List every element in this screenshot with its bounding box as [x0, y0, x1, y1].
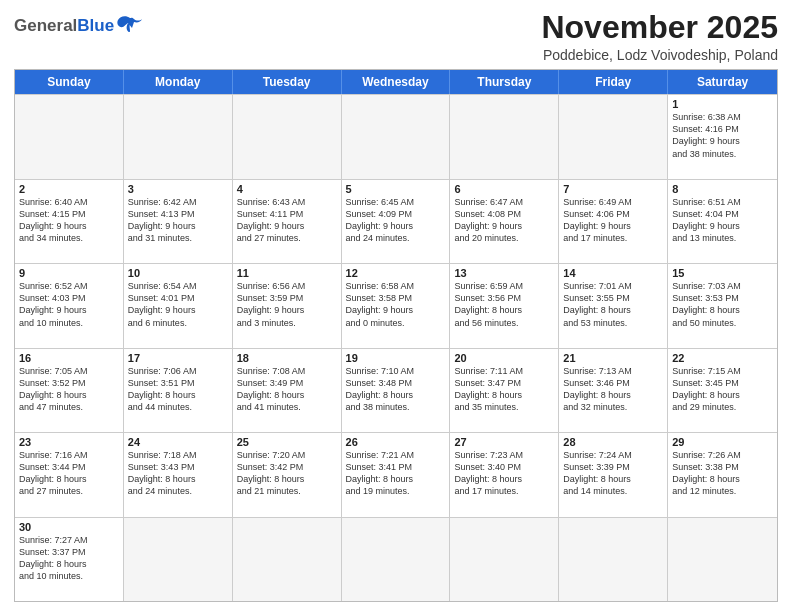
- day-number: 21: [563, 352, 663, 364]
- calendar-day-11: 11Sunrise: 6:56 AM Sunset: 3:59 PM Dayli…: [233, 264, 342, 347]
- page: GeneralBlue November 2025 Poddebice, Lod…: [0, 0, 792, 612]
- calendar-day-empty: [668, 518, 777, 601]
- day-info: Sunrise: 7:24 AM Sunset: 3:39 PM Dayligh…: [563, 449, 663, 498]
- day-number: 25: [237, 436, 337, 448]
- calendar-day-empty: [233, 518, 342, 601]
- day-number: 3: [128, 183, 228, 195]
- day-number: 17: [128, 352, 228, 364]
- day-info: Sunrise: 7:03 AM Sunset: 3:53 PM Dayligh…: [672, 280, 773, 329]
- calendar-day-empty: [450, 518, 559, 601]
- day-info: Sunrise: 7:15 AM Sunset: 3:45 PM Dayligh…: [672, 365, 773, 414]
- calendar-row-5: 30Sunrise: 7:27 AM Sunset: 3:37 PM Dayli…: [15, 517, 777, 601]
- calendar-header: SundayMondayTuesdayWednesdayThursdayFrid…: [15, 70, 777, 94]
- calendar-body: 1Sunrise: 6:38 AM Sunset: 4:16 PM Daylig…: [15, 94, 777, 601]
- calendar-day-5: 5Sunrise: 6:45 AM Sunset: 4:09 PM Daylig…: [342, 180, 451, 263]
- weekday-header-saturday: Saturday: [668, 70, 777, 94]
- calendar-row-1: 2Sunrise: 6:40 AM Sunset: 4:15 PM Daylig…: [15, 179, 777, 263]
- day-number: 23: [19, 436, 119, 448]
- calendar-day-13: 13Sunrise: 6:59 AM Sunset: 3:56 PM Dayli…: [450, 264, 559, 347]
- day-info: Sunrise: 7:05 AM Sunset: 3:52 PM Dayligh…: [19, 365, 119, 414]
- calendar-day-empty: [15, 95, 124, 178]
- day-info: Sunrise: 7:26 AM Sunset: 3:38 PM Dayligh…: [672, 449, 773, 498]
- day-number: 15: [672, 267, 773, 279]
- day-number: 11: [237, 267, 337, 279]
- day-number: 2: [19, 183, 119, 195]
- calendar-day-18: 18Sunrise: 7:08 AM Sunset: 3:49 PM Dayli…: [233, 349, 342, 432]
- day-number: 28: [563, 436, 663, 448]
- weekday-header-monday: Monday: [124, 70, 233, 94]
- day-info: Sunrise: 6:58 AM Sunset: 3:58 PM Dayligh…: [346, 280, 446, 329]
- day-number: 5: [346, 183, 446, 195]
- day-number: 4: [237, 183, 337, 195]
- calendar-day-30: 30Sunrise: 7:27 AM Sunset: 3:37 PM Dayli…: [15, 518, 124, 601]
- day-info: Sunrise: 7:13 AM Sunset: 3:46 PM Dayligh…: [563, 365, 663, 414]
- calendar: SundayMondayTuesdayWednesdayThursdayFrid…: [14, 69, 778, 602]
- day-number: 19: [346, 352, 446, 364]
- weekday-header-tuesday: Tuesday: [233, 70, 342, 94]
- calendar-day-empty: [450, 95, 559, 178]
- day-number: 26: [346, 436, 446, 448]
- day-info: Sunrise: 6:38 AM Sunset: 4:16 PM Dayligh…: [672, 111, 773, 160]
- day-number: 12: [346, 267, 446, 279]
- calendar-day-26: 26Sunrise: 7:21 AM Sunset: 3:41 PM Dayli…: [342, 433, 451, 516]
- calendar-day-21: 21Sunrise: 7:13 AM Sunset: 3:46 PM Dayli…: [559, 349, 668, 432]
- weekday-header-thursday: Thursday: [450, 70, 559, 94]
- calendar-day-10: 10Sunrise: 6:54 AM Sunset: 4:01 PM Dayli…: [124, 264, 233, 347]
- logo-blue-text: Blue: [77, 17, 114, 34]
- day-number: 7: [563, 183, 663, 195]
- day-number: 30: [19, 521, 119, 533]
- calendar-day-empty: [124, 95, 233, 178]
- day-info: Sunrise: 6:45 AM Sunset: 4:09 PM Dayligh…: [346, 196, 446, 245]
- calendar-day-empty: [124, 518, 233, 601]
- day-number: 18: [237, 352, 337, 364]
- day-info: Sunrise: 6:42 AM Sunset: 4:13 PM Dayligh…: [128, 196, 228, 245]
- calendar-row-0: 1Sunrise: 6:38 AM Sunset: 4:16 PM Daylig…: [15, 94, 777, 178]
- calendar-day-19: 19Sunrise: 7:10 AM Sunset: 3:48 PM Dayli…: [342, 349, 451, 432]
- day-info: Sunrise: 7:10 AM Sunset: 3:48 PM Dayligh…: [346, 365, 446, 414]
- calendar-day-25: 25Sunrise: 7:20 AM Sunset: 3:42 PM Dayli…: [233, 433, 342, 516]
- day-info: Sunrise: 6:40 AM Sunset: 4:15 PM Dayligh…: [19, 196, 119, 245]
- calendar-day-1: 1Sunrise: 6:38 AM Sunset: 4:16 PM Daylig…: [668, 95, 777, 178]
- calendar-day-15: 15Sunrise: 7:03 AM Sunset: 3:53 PM Dayli…: [668, 264, 777, 347]
- day-info: Sunrise: 7:11 AM Sunset: 3:47 PM Dayligh…: [454, 365, 554, 414]
- calendar-day-20: 20Sunrise: 7:11 AM Sunset: 3:47 PM Dayli…: [450, 349, 559, 432]
- weekday-header-sunday: Sunday: [15, 70, 124, 94]
- calendar-day-22: 22Sunrise: 7:15 AM Sunset: 3:45 PM Dayli…: [668, 349, 777, 432]
- header: GeneralBlue November 2025 Poddebice, Lod…: [14, 10, 778, 63]
- calendar-day-14: 14Sunrise: 7:01 AM Sunset: 3:55 PM Dayli…: [559, 264, 668, 347]
- day-number: 22: [672, 352, 773, 364]
- day-info: Sunrise: 7:23 AM Sunset: 3:40 PM Dayligh…: [454, 449, 554, 498]
- day-info: Sunrise: 7:21 AM Sunset: 3:41 PM Dayligh…: [346, 449, 446, 498]
- weekday-header-friday: Friday: [559, 70, 668, 94]
- calendar-row-3: 16Sunrise: 7:05 AM Sunset: 3:52 PM Dayli…: [15, 348, 777, 432]
- day-info: Sunrise: 7:08 AM Sunset: 3:49 PM Dayligh…: [237, 365, 337, 414]
- calendar-day-9: 9Sunrise: 6:52 AM Sunset: 4:03 PM Daylig…: [15, 264, 124, 347]
- calendar-day-empty: [559, 518, 668, 601]
- calendar-day-17: 17Sunrise: 7:06 AM Sunset: 3:51 PM Dayli…: [124, 349, 233, 432]
- day-number: 27: [454, 436, 554, 448]
- day-number: 13: [454, 267, 554, 279]
- calendar-day-empty: [559, 95, 668, 178]
- day-number: 24: [128, 436, 228, 448]
- day-info: Sunrise: 7:20 AM Sunset: 3:42 PM Dayligh…: [237, 449, 337, 498]
- weekday-header-wednesday: Wednesday: [342, 70, 451, 94]
- day-number: 16: [19, 352, 119, 364]
- calendar-day-2: 2Sunrise: 6:40 AM Sunset: 4:15 PM Daylig…: [15, 180, 124, 263]
- logo: GeneralBlue: [14, 10, 144, 36]
- calendar-row-2: 9Sunrise: 6:52 AM Sunset: 4:03 PM Daylig…: [15, 263, 777, 347]
- month-title: November 2025: [541, 10, 778, 45]
- day-number: 9: [19, 267, 119, 279]
- day-number: 8: [672, 183, 773, 195]
- day-info: Sunrise: 6:51 AM Sunset: 4:04 PM Dayligh…: [672, 196, 773, 245]
- calendar-day-23: 23Sunrise: 7:16 AM Sunset: 3:44 PM Dayli…: [15, 433, 124, 516]
- day-info: Sunrise: 6:47 AM Sunset: 4:08 PM Dayligh…: [454, 196, 554, 245]
- day-info: Sunrise: 7:06 AM Sunset: 3:51 PM Dayligh…: [128, 365, 228, 414]
- day-info: Sunrise: 7:16 AM Sunset: 3:44 PM Dayligh…: [19, 449, 119, 498]
- calendar-day-4: 4Sunrise: 6:43 AM Sunset: 4:11 PM Daylig…: [233, 180, 342, 263]
- calendar-day-16: 16Sunrise: 7:05 AM Sunset: 3:52 PM Dayli…: [15, 349, 124, 432]
- location: Poddebice, Lodz Voivodeship, Poland: [541, 47, 778, 63]
- calendar-day-empty: [342, 518, 451, 601]
- day-number: 14: [563, 267, 663, 279]
- day-info: Sunrise: 7:18 AM Sunset: 3:43 PM Dayligh…: [128, 449, 228, 498]
- calendar-day-28: 28Sunrise: 7:24 AM Sunset: 3:39 PM Dayli…: [559, 433, 668, 516]
